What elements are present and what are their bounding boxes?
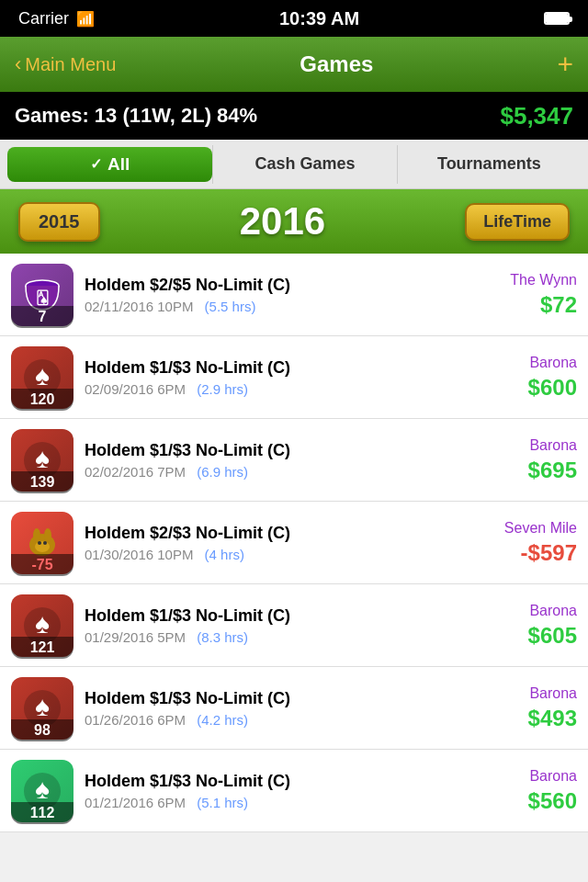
game-meta-6: 01/21/2016 6PM (5.1 hrs) xyxy=(85,795,476,810)
game-icon-2: ♠ 139 xyxy=(11,429,74,492)
total-money: $5,347 xyxy=(500,102,573,130)
game-icon-6: ♠ 112 xyxy=(11,760,74,822)
game-amount-0: $72 xyxy=(476,292,577,318)
game-title-1: Holdem $1/$3 No-Limit (C) xyxy=(85,358,476,378)
svg-text:🂡: 🂡 xyxy=(36,289,49,306)
game-venue-4: Barona xyxy=(476,603,577,619)
current-year: 2016 xyxy=(240,199,325,243)
game-result-0: The Wynn $72 xyxy=(476,272,577,318)
table-row[interactable]: -75 Holdem $2/$3 No-Limit (C) 01/30/2016… xyxy=(0,502,588,584)
game-venue-2: Barona xyxy=(476,437,577,454)
game-venue-1: Barona xyxy=(476,355,577,371)
battery-icon xyxy=(544,12,570,25)
tab-tournaments[interactable]: Tournaments xyxy=(397,145,581,184)
game-icon-1: ♠ 120 xyxy=(11,346,74,409)
game-info-1: Holdem $1/$3 No-Limit (C) 02/09/2016 6PM… xyxy=(85,358,476,397)
tab-cash-games[interactable]: Cash Games xyxy=(212,145,396,184)
svg-text:♠: ♠ xyxy=(35,774,50,804)
game-info-2: Holdem $1/$3 No-Limit (C) 02/02/2016 7PM… xyxy=(85,441,476,480)
game-hours-5: (4.2 hrs) xyxy=(197,712,248,728)
table-row[interactable]: ♠ 121 Holdem $1/$3 No-Limit (C) 01/29/20… xyxy=(0,584,588,667)
game-info-5: Holdem $1/$3 No-Limit (C) 01/26/2016 6PM… xyxy=(85,689,476,728)
year-selector: 2015 2016 LifeTime xyxy=(0,189,588,254)
game-title-2: Holdem $1/$3 No-Limit (C) xyxy=(85,441,476,460)
game-amount-6: $560 xyxy=(476,788,577,814)
table-row[interactable]: 🂡 7 Holdem $2/$5 No-Limit (C) 02/11/2016… xyxy=(0,254,588,336)
game-meta-5: 01/26/2016 6PM (4.2 hrs) xyxy=(85,712,476,728)
game-info-0: Holdem $2/$5 No-Limit (C) 02/11/2016 10P… xyxy=(85,276,476,314)
svg-text:♠: ♠ xyxy=(35,608,50,639)
game-icon-4: ♠ 121 xyxy=(11,594,74,657)
game-venue-3: Seven Mile xyxy=(476,520,577,537)
game-amount-1: $600 xyxy=(476,375,577,401)
status-time: 10:39 AM xyxy=(279,8,359,29)
status-bar: Carrier 📶 10:39 AM xyxy=(0,0,588,37)
game-venue-5: Barona xyxy=(476,685,577,702)
svg-text:♠: ♠ xyxy=(35,360,50,390)
tab-all[interactable]: ✓ All xyxy=(7,147,212,182)
nav-bar: ‹ Main Menu Games + xyxy=(0,37,588,92)
game-info-3: Holdem $2/$3 No-Limit (C) 01/30/2016 10P… xyxy=(85,524,476,562)
game-result-5: Barona $493 xyxy=(476,685,577,731)
lifetime-button[interactable]: LifeTime xyxy=(465,203,570,241)
game-icon-3: -75 xyxy=(11,512,74,574)
table-row[interactable]: ♠ 120 Holdem $1/$3 No-Limit (C) 02/09/20… xyxy=(0,336,588,419)
game-meta-1: 02/09/2016 6PM (2.9 hrs) xyxy=(85,381,476,397)
svg-point-11 xyxy=(43,541,47,545)
table-row[interactable]: ♠ 112 Holdem $1/$3 No-Limit (C) 01/21/20… xyxy=(0,750,588,832)
game-title-3: Holdem $2/$3 No-Limit (C) xyxy=(85,524,476,543)
game-info-4: Holdem $1/$3 No-Limit (C) 01/29/2016 5PM… xyxy=(85,606,476,645)
game-title-5: Holdem $1/$3 No-Limit (C) xyxy=(85,689,476,708)
status-left: Carrier 📶 xyxy=(18,9,95,28)
page-title: Games xyxy=(300,51,373,77)
game-amount-5: $493 xyxy=(476,706,577,731)
tab-tournaments-label: Tournaments xyxy=(437,154,541,174)
tab-all-label: All xyxy=(107,154,130,175)
carrier-label: Carrier xyxy=(18,9,69,28)
svg-text:♠: ♠ xyxy=(35,443,50,473)
game-meta-4: 01/29/2016 5PM (8.3 hrs) xyxy=(85,629,476,645)
game-hours-4: (8.3 hrs) xyxy=(197,629,248,645)
chevron-left-icon: ‹ xyxy=(15,52,21,76)
game-result-1: Barona $600 xyxy=(476,355,577,401)
game-list: 🂡 7 Holdem $2/$5 No-Limit (C) 02/11/2016… xyxy=(0,254,588,832)
game-result-3: Seven Mile -$597 xyxy=(476,520,577,566)
svg-point-9 xyxy=(35,541,50,552)
game-hours-1: (2.9 hrs) xyxy=(197,381,248,397)
svg-text:♠: ♠ xyxy=(35,691,50,721)
tab-cash-label: Cash Games xyxy=(254,154,355,174)
game-meta-3: 01/30/2016 10PM (4 hrs) xyxy=(85,547,476,562)
svg-point-7 xyxy=(33,528,40,543)
game-meta-2: 02/02/2016 7PM (6.9 hrs) xyxy=(85,464,476,480)
back-button[interactable]: ‹ Main Menu xyxy=(15,52,116,76)
table-row[interactable]: ♠ 139 Holdem $1/$3 No-Limit (C) 02/02/20… xyxy=(0,419,588,502)
game-result-6: Barona $560 xyxy=(476,768,577,814)
game-meta-0: 02/11/2016 10PM (5.5 hrs) xyxy=(85,299,476,314)
game-venue-0: The Wynn xyxy=(476,272,577,288)
game-hours-0: (5.5 hrs) xyxy=(205,299,256,314)
checkmark-icon: ✓ xyxy=(90,155,102,173)
add-button[interactable]: + xyxy=(557,51,573,78)
game-hours-6: (5.1 hrs) xyxy=(197,795,248,810)
prev-year-button[interactable]: 2015 xyxy=(18,202,100,242)
svg-point-10 xyxy=(38,541,41,545)
game-amount-3: -$597 xyxy=(476,540,577,566)
wifi-icon: 📶 xyxy=(76,10,95,28)
filter-tabs: ✓ All Cash Games Tournaments xyxy=(0,140,588,189)
game-amount-4: $605 xyxy=(476,623,577,649)
game-icon-0: 🂡 7 xyxy=(11,264,74,326)
table-row[interactable]: ♠ 98 Holdem $1/$3 No-Limit (C) 01/26/201… xyxy=(0,667,588,750)
game-icon-5: ♠ 98 xyxy=(11,677,74,740)
game-venue-6: Barona xyxy=(476,768,577,785)
game-hours-2: (6.9 hrs) xyxy=(197,464,248,480)
game-result-2: Barona $695 xyxy=(476,437,577,483)
stats-bar: Games: 13 (11W, 2L) 84% $5,347 xyxy=(0,92,588,140)
svg-point-8 xyxy=(44,528,51,543)
games-stats-label: Games: 13 (11W, 2L) 84% xyxy=(15,104,257,128)
game-title-6: Holdem $1/$3 No-Limit (C) xyxy=(85,772,476,791)
game-title-4: Holdem $1/$3 No-Limit (C) xyxy=(85,606,476,626)
back-label: Main Menu xyxy=(25,54,116,75)
status-right xyxy=(544,12,570,25)
game-info-6: Holdem $1/$3 No-Limit (C) 01/21/2016 6PM… xyxy=(85,772,476,810)
game-hours-3: (4 hrs) xyxy=(205,547,244,562)
